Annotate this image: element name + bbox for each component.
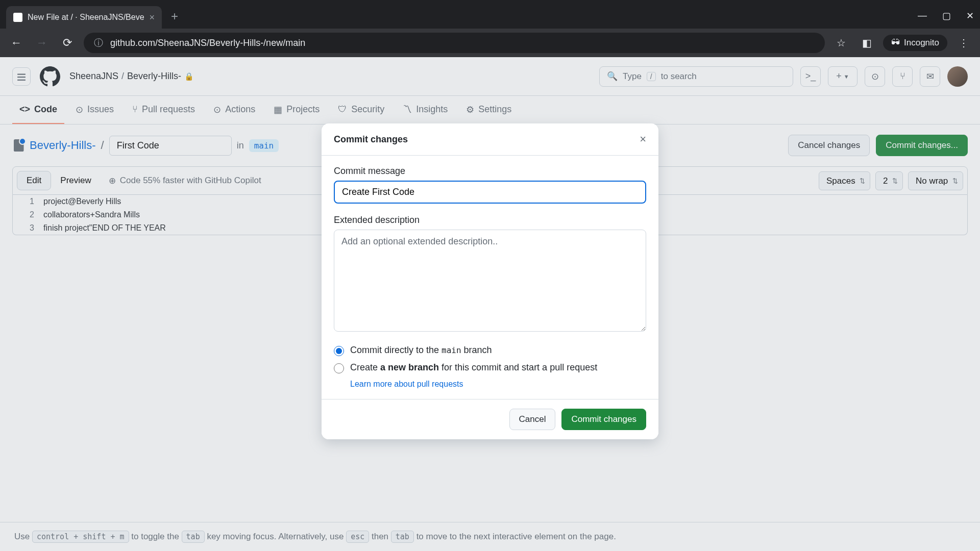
browser-address-bar: ← → ⟳ ⓘ github.com/SheenaJNS/Beverly-Hil… <box>0 29 980 57</box>
learn-more-link[interactable]: Learn more about pull requests <box>350 380 646 389</box>
commit-message-label: Commit message <box>334 166 646 177</box>
modal-footer: Cancel Commit changes <box>322 399 658 439</box>
url-field[interactable]: ⓘ github.com/SheenaJNS/Beverly-Hills-/ne… <box>84 33 825 53</box>
radio-input[interactable] <box>334 363 344 373</box>
reload-button[interactable]: ⟳ <box>58 34 77 52</box>
browser-tab[interactable]: New File at / · SheenaJNS/Beve × <box>6 6 162 29</box>
maximize-icon[interactable]: ▢ <box>942 10 951 21</box>
modal-header: Commit changes × <box>322 123 658 156</box>
window-controls: — ▢ ✕ <box>918 10 974 29</box>
modal-commit-button[interactable]: Commit changes <box>561 409 646 430</box>
modal-cancel-button[interactable]: Cancel <box>509 409 556 430</box>
page-content: SheenaJNS / Beverly-Hills- 🔒 🔍 Type / to… <box>0 57 980 551</box>
incognito-label: Incognito <box>904 38 939 48</box>
modal-title: Commit changes <box>334 134 408 145</box>
incognito-icon: 🕶 <box>891 38 900 48</box>
commit-direct-radio[interactable]: Commit directly to the main branch <box>334 345 646 356</box>
extended-description-label: Extended description <box>334 215 646 226</box>
back-button[interactable]: ← <box>7 34 26 52</box>
tab-favicon <box>13 13 22 22</box>
close-modal-icon[interactable]: × <box>640 133 646 146</box>
radio-input[interactable] <box>334 346 344 356</box>
forward-button: → <box>33 34 51 52</box>
close-tab-icon[interactable]: × <box>150 12 155 23</box>
minimize-icon[interactable]: — <box>918 10 927 21</box>
create-branch-radio[interactable]: Create a new branch for this commit and … <box>334 362 646 373</box>
bookmark-icon[interactable]: ☆ <box>832 34 850 52</box>
extended-description-input[interactable] <box>334 230 646 332</box>
tab-title: New File at / · SheenaJNS/Beve <box>28 13 144 22</box>
modal-body: Commit message Extended description Comm… <box>322 156 658 399</box>
close-window-icon[interactable]: ✕ <box>966 10 974 21</box>
browser-tab-strip: New File at / · SheenaJNS/Beve × + — ▢ ✕ <box>0 0 980 29</box>
commit-message-input[interactable] <box>334 181 646 204</box>
url-text: github.com/SheenaJNS/Beverly-Hills-/new/… <box>110 38 305 48</box>
commit-modal: Commit changes × Commit message Extended… <box>322 123 658 439</box>
modal-overlay[interactable]: Commit changes × Commit message Extended… <box>0 57 980 551</box>
new-tab-button[interactable]: + <box>171 9 178 23</box>
browser-menu-icon[interactable]: ⋮ <box>954 34 973 52</box>
side-panel-icon[interactable]: ◧ <box>857 34 876 52</box>
site-info-icon[interactable]: ⓘ <box>94 37 103 49</box>
incognito-badge[interactable]: 🕶 Incognito <box>883 35 947 51</box>
